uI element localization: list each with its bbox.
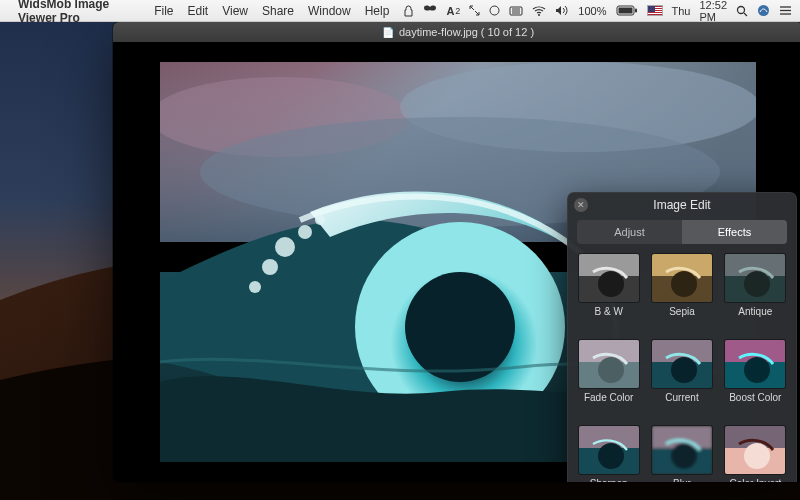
- effects-grid: B & W Sepia Antique: [567, 250, 797, 482]
- effect-thumb-blur: [652, 426, 712, 474]
- effect-label: Antique: [738, 306, 772, 317]
- tab-adjust[interactable]: Adjust: [577, 220, 682, 244]
- input-flag-icon[interactable]: [647, 5, 663, 16]
- svg-point-28: [315, 215, 325, 225]
- effect-sharpen[interactable]: Sharpen: [577, 426, 640, 482]
- panel-close-button[interactable]: ✕: [574, 198, 588, 212]
- svg-point-10: [738, 6, 745, 13]
- menubar-status-area: A2 100% Thu 12:52 PM: [403, 0, 792, 23]
- effect-label: Blur: [673, 478, 691, 482]
- volume-icon[interactable]: [555, 5, 569, 16]
- effect-thumb-sharpen: [579, 426, 639, 474]
- effect-label: Color Invert: [729, 478, 781, 482]
- a-badge-icon[interactable]: A2: [446, 5, 460, 17]
- expand-icon[interactable]: [469, 5, 480, 16]
- document-icon: 📄: [382, 27, 394, 38]
- svg-point-43: [671, 357, 697, 383]
- macos-menubar: WidsMob Image Viewer Pro File Edit View …: [0, 0, 800, 22]
- svg-point-12: [758, 5, 769, 16]
- svg-point-1: [490, 6, 499, 15]
- image-edit-panel: ✕ Image Edit Adjust Effects B & W: [567, 192, 797, 482]
- svg-point-46: [744, 357, 770, 383]
- effect-current[interactable]: Current: [650, 340, 713, 418]
- effect-fade-color[interactable]: Fade Color: [577, 340, 640, 418]
- panel-tabs: Adjust Effects: [577, 220, 787, 244]
- menu-extra-icon[interactable]: [509, 6, 523, 16]
- svg-point-23: [405, 272, 515, 382]
- close-icon: ✕: [577, 200, 585, 210]
- effect-antique[interactable]: Antique: [724, 254, 787, 332]
- window-titlebar[interactable]: 📄 daytime-flow.jpg ( 10 of 12 ): [113, 22, 800, 42]
- effect-thumb-bw: [579, 254, 639, 302]
- spotlight-icon[interactable]: [736, 5, 748, 17]
- effect-thumb-antique: [725, 254, 785, 302]
- svg-line-11: [744, 13, 747, 16]
- svg-point-55: [744, 443, 770, 469]
- effect-label: Sepia: [669, 306, 695, 317]
- battery-icon[interactable]: [616, 5, 638, 16]
- tab-effects[interactable]: Effects: [682, 220, 787, 244]
- menu-share[interactable]: Share: [262, 4, 294, 18]
- menu-view[interactable]: View: [222, 4, 248, 18]
- effect-color-invert[interactable]: Color Invert: [724, 426, 787, 482]
- app-name[interactable]: WidsMob Image Viewer Pro: [18, 0, 140, 25]
- wifi-icon[interactable]: [532, 6, 546, 16]
- battery-pct[interactable]: 100%: [578, 5, 606, 17]
- effect-thumb-current: [652, 340, 712, 388]
- app-window: 📄 daytime-flow.jpg ( 10 of 12 ): [113, 22, 800, 482]
- effect-label: Boost Color: [729, 392, 781, 403]
- svg-point-26: [262, 259, 278, 275]
- effect-boost-color[interactable]: Boost Color: [724, 340, 787, 418]
- window-title: daytime-flow.jpg ( 10 of 12 ): [399, 26, 534, 38]
- menu-help[interactable]: Help: [365, 4, 390, 18]
- svg-point-31: [598, 271, 624, 297]
- effect-thumb-color-invert: [725, 426, 785, 474]
- effect-label: B & W: [594, 306, 622, 317]
- lock-icon[interactable]: [403, 5, 414, 17]
- menubar-day[interactable]: Thu: [672, 5, 691, 17]
- effect-sepia[interactable]: Sepia: [650, 254, 713, 332]
- menu-edit[interactable]: Edit: [188, 4, 209, 18]
- effect-label: Sharpen: [590, 478, 628, 482]
- panel-header[interactable]: ✕ Image Edit: [567, 192, 797, 218]
- effect-bw[interactable]: B & W: [577, 254, 640, 332]
- svg-point-25: [298, 225, 312, 239]
- butterfly-icon[interactable]: [423, 5, 437, 16]
- menubar-time[interactable]: 12:52 PM: [699, 0, 727, 23]
- effect-blur[interactable]: Blur: [650, 426, 713, 482]
- siri-icon[interactable]: [757, 4, 770, 17]
- effect-thumb-sepia: [652, 254, 712, 302]
- svg-point-52: [671, 443, 697, 469]
- effect-thumb-fade-color: [579, 340, 639, 388]
- svg-rect-8: [618, 8, 632, 14]
- circle-icon[interactable]: [489, 5, 500, 16]
- notification-center-icon[interactable]: [779, 5, 792, 16]
- svg-point-27: [249, 281, 261, 293]
- svg-point-49: [598, 443, 624, 469]
- svg-point-24: [275, 237, 295, 257]
- image-viewport[interactable]: ✕ Image Edit Adjust Effects B & W: [113, 42, 800, 482]
- svg-point-34: [671, 271, 697, 297]
- panel-title: Image Edit: [653, 198, 710, 212]
- svg-rect-9: [635, 9, 637, 13]
- menu-window[interactable]: Window: [308, 4, 351, 18]
- effect-label: Fade Color: [584, 392, 633, 403]
- menu-file[interactable]: File: [154, 4, 173, 18]
- effect-thumb-boost-color: [725, 340, 785, 388]
- svg-point-6: [538, 14, 540, 16]
- effect-label: Current: [665, 392, 698, 403]
